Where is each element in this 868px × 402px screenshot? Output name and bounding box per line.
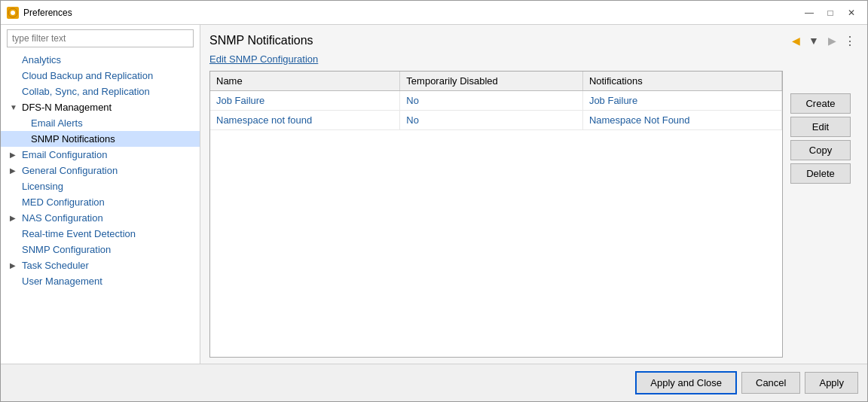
cell-disabled: No bbox=[400, 91, 583, 111]
sidebar-item-cloud-backup[interactable]: Cloud Backup and Replication bbox=[1, 68, 200, 84]
table-content: Name Temporarily Disabled Notifications … bbox=[209, 71, 858, 364]
panel-header: SNMP Notifications ◀ ▼ ▶ ⋮ bbox=[200, 25, 867, 53]
sidebar-item-realtime-event[interactable]: Real-time Event Detection bbox=[1, 226, 200, 242]
sidebar-item-label: MED Configuration bbox=[22, 196, 105, 208]
sidebar-item-label: General Configuration bbox=[22, 165, 118, 176]
expand-icon: ▶ bbox=[10, 214, 19, 222]
sidebar-item-label: Task Scheduler bbox=[22, 260, 89, 271]
window-controls: — □ ✕ bbox=[799, 5, 861, 20]
sidebar-item-label: Email Alerts bbox=[31, 117, 83, 129]
create-button[interactable]: Create bbox=[790, 93, 851, 114]
sidebar-item-nas-configuration[interactable]: ▶NAS Configuration bbox=[1, 210, 200, 226]
close-button[interactable]: ✕ bbox=[842, 5, 861, 20]
cell-disabled: No bbox=[400, 111, 583, 130]
table-header-row: Name Temporarily Disabled Notifications bbox=[210, 72, 782, 91]
panel-toolbar: ◀ ▼ ▶ ⋮ bbox=[787, 32, 858, 49]
sidebar-item-licensing[interactable]: Licensing bbox=[1, 178, 200, 194]
panel-title: SNMP Notifications bbox=[209, 34, 313, 47]
main-panel: SNMP Notifications ◀ ▼ ▶ ⋮ Edit SNMP Con… bbox=[200, 25, 867, 364]
col-temporarily-disabled: Temporarily Disabled bbox=[400, 72, 583, 91]
sidebar-item-label: NAS Configuration bbox=[22, 212, 103, 224]
sidebar-item-user-management[interactable]: User Management bbox=[1, 273, 200, 289]
apply-close-button[interactable]: Apply and Close bbox=[635, 371, 737, 394]
table-row[interactable]: Namespace not found No Namespace Not Fou… bbox=[210, 111, 782, 130]
filter-input[interactable] bbox=[7, 29, 194, 47]
snmp-table: Name Temporarily Disabled Notifications … bbox=[210, 72, 782, 130]
col-notifications: Notifications bbox=[582, 72, 781, 91]
menu-button[interactable]: ⋮ bbox=[842, 32, 858, 49]
edit-button[interactable]: Edit bbox=[790, 117, 851, 137]
content-area: Analytics Cloud Backup and Replication C… bbox=[1, 25, 867, 364]
cancel-button[interactable]: Cancel bbox=[741, 372, 800, 394]
sidebar-item-label: SNMP Notifications bbox=[31, 133, 115, 145]
apply-button[interactable]: Apply bbox=[805, 372, 858, 394]
maximize-button[interactable]: □ bbox=[821, 5, 840, 20]
panel-body: Edit SNMP Configuration Name Temporarily… bbox=[200, 53, 867, 364]
expand-icon: ▼ bbox=[10, 103, 19, 111]
back-dropdown-button[interactable]: ▼ bbox=[805, 32, 822, 49]
cell-name: Job Failure bbox=[210, 91, 400, 111]
sidebar-item-general-configuration[interactable]: ▶General Configuration bbox=[1, 163, 200, 178]
footer: Apply and Close Cancel Apply bbox=[1, 364, 867, 401]
svg-point-1 bbox=[11, 11, 15, 15]
sidebar-item-label: Email Configuration bbox=[22, 149, 107, 160]
expand-icon: ▶ bbox=[10, 166, 19, 175]
sidebar-item-snmp-notifications[interactable]: SNMP Notifications bbox=[1, 131, 200, 147]
edit-snmp-link[interactable]: Edit SNMP Configuration bbox=[209, 53, 858, 65]
sidebar-item-dfs-n[interactable]: ▼DFS-N Management bbox=[1, 99, 200, 115]
sidebar-item-label: User Management bbox=[22, 276, 102, 287]
forward-button[interactable]: ▶ bbox=[824, 32, 840, 49]
preferences-window: Preferences — □ ✕ Analytics Cloud Backup… bbox=[0, 0, 868, 402]
table-row[interactable]: Job Failure No Job Failure bbox=[210, 91, 782, 111]
app-icon bbox=[7, 7, 19, 19]
sidebar-item-task-scheduler[interactable]: ▶Task Scheduler bbox=[1, 257, 200, 273]
col-name: Name bbox=[210, 72, 400, 91]
sidebar-item-med-configuration[interactable]: MED Configuration bbox=[1, 194, 200, 210]
expand-icon: ▶ bbox=[10, 151, 19, 159]
delete-button[interactable]: Delete bbox=[790, 163, 851, 184]
sidebar-item-collab-sync[interactable]: Collab, Sync, and Replication bbox=[1, 84, 200, 99]
sidebar-item-analytics[interactable]: Analytics bbox=[1, 52, 200, 68]
title-bar: Preferences — □ ✕ bbox=[1, 1, 867, 25]
cell-notifications: Namespace Not Found bbox=[582, 111, 781, 130]
back-button[interactable]: ◀ bbox=[787, 32, 804, 49]
sidebar-item-email-alerts[interactable]: Email Alerts bbox=[1, 115, 200, 131]
sidebar-item-email-configuration[interactable]: ▶Email Configuration bbox=[1, 147, 200, 163]
sidebar-item-snmp-configuration[interactable]: SNMP Configuration bbox=[1, 242, 200, 257]
cell-notifications: Job Failure bbox=[582, 91, 781, 111]
sidebar-item-label: SNMP Configuration bbox=[22, 244, 111, 255]
sidebar-item-label: Real-time Event Detection bbox=[22, 228, 136, 239]
side-buttons: Create Edit Copy Delete bbox=[783, 71, 858, 358]
sidebar-item-label: Cloud Backup and Replication bbox=[22, 70, 153, 81]
sidebar-item-label: Analytics bbox=[22, 54, 61, 65]
sidebar-item-label: Licensing bbox=[22, 181, 63, 192]
sidebar-item-label: DFS-N Management bbox=[22, 102, 112, 113]
sidebar-item-label: Collab, Sync, and Replication bbox=[22, 86, 150, 97]
sidebar: Analytics Cloud Backup and Replication C… bbox=[1, 25, 200, 364]
expand-icon: ▶ bbox=[10, 261, 19, 270]
minimize-button[interactable]: — bbox=[799, 5, 819, 20]
notifications-table: Name Temporarily Disabled Notifications … bbox=[209, 71, 783, 358]
cell-name: Namespace not found bbox=[210, 111, 400, 130]
copy-button[interactable]: Copy bbox=[790, 140, 851, 160]
window-title: Preferences bbox=[23, 8, 799, 18]
